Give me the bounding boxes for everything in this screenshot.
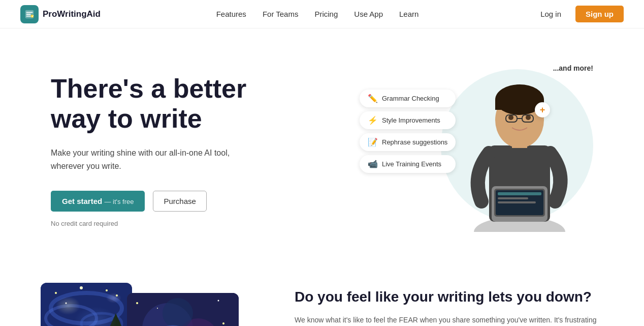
svg-point-26 (66, 303, 67, 304)
hero-buttons: Get started — it's free Purchase (51, 191, 305, 212)
logo-link[interactable]: ProWritingAid (20, 5, 101, 23)
hero-subtext: Make your writing shine with our all-in-… (51, 146, 244, 172)
svg-point-36 (218, 300, 219, 302)
svg-point-37 (157, 308, 158, 309)
art2-svg (127, 293, 239, 326)
svg-point-25 (116, 294, 118, 297)
nav-actions: Log in Sign up (534, 6, 624, 22)
logo-icon (20, 5, 39, 23)
cta-label: Get started (62, 197, 102, 205)
svg-rect-16 (498, 192, 541, 195)
section2-right: Do you feel like your writing lets you d… (295, 283, 603, 326)
training-label: Live Training Events (382, 160, 441, 168)
grammar-icon: ✏️ (368, 94, 378, 103)
feature-card-rephrase: 📝 Rephrase suggestions (360, 133, 456, 151)
plus-icon: + (535, 102, 550, 117)
login-button[interactable]: Log in (534, 7, 567, 21)
section2-body: We know what it's like to feel the FEAR … (295, 314, 603, 326)
navbar: ProWritingAid Features For Teams Pricing… (0, 0, 644, 28)
style-icon: ⚡ (368, 115, 378, 125)
section2: My idea in my head Do you feel like your… (0, 262, 644, 326)
rephrase-label: Rephrase suggestions (382, 138, 447, 146)
hero-headline-line1: There's a better (51, 74, 246, 103)
no-credit-text: No credit card required (51, 220, 305, 227)
nav-item-features[interactable]: Features (216, 10, 246, 19)
section2-left: My idea in my head (41, 283, 254, 326)
svg-point-23 (55, 292, 57, 294)
hero-illustration: ...and more! (360, 59, 603, 242)
feature-cards: ✏️ Grammar Checking ⚡ Style Improvements… (360, 90, 456, 173)
page-wrapper: ProWritingAid Features For Teams Pricing… (0, 0, 644, 326)
feature-card-grammar: ✏️ Grammar Checking (360, 90, 456, 107)
hero-right: ...and more! (360, 59, 603, 242)
svg-point-8 (508, 115, 513, 120)
hero-left: There's a better way to write Make your … (51, 74, 305, 228)
get-started-button[interactable]: Get started — it's free (51, 191, 145, 212)
section2-title: Do you feel like your writing lets you d… (295, 288, 603, 306)
starry-art (41, 283, 132, 326)
hero-person (461, 64, 578, 232)
feature-card-training: 📹 Live Training Events (360, 155, 456, 173)
grammar-label: Grammar Checking (382, 95, 439, 102)
nav-item-use-app[interactable]: Use App (354, 10, 383, 19)
hero-section: There's a better way to write Make your … (0, 28, 644, 262)
svg-rect-17 (498, 197, 528, 199)
signup-button[interactable]: Sign up (575, 6, 624, 22)
nav-link-use-app[interactable]: Use App (354, 10, 383, 18)
svg-point-22 (81, 313, 122, 326)
nav-link-pricing[interactable]: Pricing (314, 10, 338, 18)
art-card2-inner (127, 293, 239, 326)
nav-link-for-teams[interactable]: For Teams (263, 10, 299, 18)
svg-point-20 (51, 293, 122, 323)
person-svg (461, 64, 578, 232)
nav-link-features[interactable]: Features (216, 10, 246, 18)
nav-item-learn[interactable]: Learn (399, 10, 418, 19)
svg-point-35 (136, 302, 138, 304)
purchase-button[interactable]: Purchase (153, 191, 206, 212)
training-icon: 📹 (368, 159, 378, 169)
and-more-label: ...and more! (553, 64, 593, 72)
logo-svg (24, 9, 35, 20)
svg-rect-18 (498, 201, 536, 203)
feature-card-style: ⚡ Style Improvements (360, 111, 456, 129)
starry-svg (41, 283, 132, 326)
svg-point-24 (80, 286, 83, 289)
svg-point-9 (526, 115, 531, 120)
nav-link-learn[interactable]: Learn (399, 10, 418, 18)
hero-headline: There's a better way to write (51, 74, 305, 135)
rephrase-icon: 📝 (368, 137, 378, 147)
svg-point-27 (106, 289, 108, 291)
svg-rect-19 (41, 283, 132, 326)
svg-point-38 (222, 322, 224, 324)
art-card-starry (41, 283, 132, 326)
cta-free-label: — it's free (104, 198, 134, 205)
nav-links: Features For Teams Pricing Use App Learn (216, 10, 419, 19)
art-card2: My idea in my head (127, 293, 239, 326)
nav-item-for-teams[interactable]: For Teams (263, 10, 299, 19)
logo-text: ProWritingAid (43, 9, 101, 19)
svg-point-21 (46, 306, 96, 326)
hero-headline-line2: way to write (51, 104, 202, 133)
style-label: Style Improvements (382, 116, 440, 124)
nav-item-pricing[interactable]: Pricing (314, 10, 338, 19)
